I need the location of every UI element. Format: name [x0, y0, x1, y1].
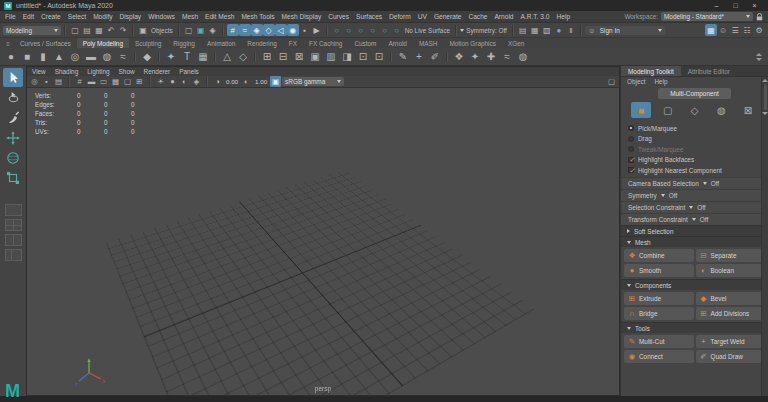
- layout-four-pane-button[interactable]: [5, 219, 22, 231]
- layout-two-pane-button[interactable]: [5, 234, 22, 246]
- multi-cut-icon[interactable]: ✎: [395, 49, 411, 65]
- camera-attributes-icon[interactable]: ▤: [53, 76, 64, 87]
- maximize-viewport-icon[interactable]: ▢: [606, 76, 617, 87]
- layout-outliner-persp-button[interactable]: [5, 249, 22, 261]
- shelf-tab-sculpting[interactable]: Sculpting: [129, 38, 167, 48]
- shelf-tab-fx[interactable]: FX: [283, 38, 303, 48]
- mask-component-icon[interactable]: ◈: [207, 24, 219, 36]
- list-input-icon[interactable]: ○: [343, 24, 355, 36]
- menu-curves[interactable]: Curves: [328, 13, 349, 20]
- layout-single-pane-button[interactable]: [5, 204, 22, 216]
- render-settings-icon[interactable]: ▧: [541, 24, 553, 36]
- render-view-icon[interactable]: ▤: [517, 24, 529, 36]
- object-mode-icon[interactable]: ■: [631, 102, 651, 118]
- bevel-button[interactable]: ◆Bevel: [696, 292, 766, 305]
- add-divisions-button[interactable]: ⊞Add Divisions: [696, 307, 766, 320]
- snap-live-icon[interactable]: ◉: [287, 24, 299, 36]
- save-scene-icon[interactable]: ▦: [93, 24, 105, 36]
- poly-cube-icon[interactable]: ■: [19, 49, 35, 65]
- target-weld-button[interactable]: +Target Weld: [696, 335, 766, 348]
- attribute-editor-toggle-icon[interactable]: ☷: [741, 24, 753, 36]
- undo-icon[interactable]: ↶: [105, 24, 117, 36]
- safe-action-icon[interactable]: ⊞: [134, 76, 145, 87]
- combine-icon[interactable]: ▣: [307, 49, 323, 65]
- face-mode-icon[interactable]: ◍: [711, 102, 731, 118]
- add-divisions-icon[interactable]: ⊡: [371, 49, 387, 65]
- color-management-icon[interactable]: ▣: [270, 76, 281, 87]
- toolkit-toggle-icon[interactable]: ▦: [705, 24, 717, 36]
- toolkit-menu-object[interactable]: Object: [627, 78, 645, 85]
- scale-tool[interactable]: [3, 168, 23, 187]
- poly-cone-icon[interactable]: ▲: [51, 49, 67, 65]
- selection-mask-label[interactable]: Objects: [149, 27, 175, 34]
- svg-tool-icon[interactable]: ▦: [195, 49, 211, 65]
- open-scene-icon[interactable]: ▤: [81, 24, 93, 36]
- menu-display[interactable]: Display: [120, 13, 142, 20]
- tweak-marquee-option[interactable]: Tweak/Marquee: [628, 145, 761, 153]
- drag-option[interactable]: Drag: [628, 135, 761, 143]
- shelf-overflow-arrows[interactable]: [756, 53, 765, 61]
- camera-based-selection-dropdown[interactable]: Camera Based Selection Off: [621, 177, 768, 189]
- snap-plane-icon[interactable]: ◇: [263, 24, 275, 36]
- smooth-mesh-icon[interactable]: ⊡: [355, 49, 371, 65]
- shelf-tab-arnold[interactable]: Arnold: [382, 38, 412, 48]
- menu-mesh-display[interactable]: Mesh Display: [282, 13, 322, 20]
- pause-icon[interactable]: ‖: [565, 24, 577, 36]
- boolean-intersect-icon[interactable]: ⊠: [291, 49, 307, 65]
- menu-generate[interactable]: Generate: [434, 13, 462, 20]
- paint-select-tool[interactable]: [3, 108, 23, 127]
- anti-alias-icon[interactable]: ◈: [191, 76, 202, 87]
- motion-graphics-icon[interactable]: ✦: [467, 49, 483, 65]
- list-output-icon[interactable]: ○: [355, 24, 367, 36]
- bridge-button[interactable]: ∩Bridge: [624, 307, 694, 320]
- extrude-button[interactable]: ⊞Extrude: [624, 292, 694, 305]
- mash-network-icon[interactable]: ❖: [451, 49, 467, 65]
- menu-uv[interactable]: UV: [418, 13, 427, 20]
- separate-button[interactable]: ⊟Separate: [696, 249, 766, 262]
- minimize-button[interactable]: –: [707, 2, 726, 9]
- pick-marquee-option[interactable]: Pick/Marquee: [628, 124, 761, 132]
- menu-arnold[interactable]: Arnold: [494, 13, 513, 20]
- menu-modify[interactable]: Modify: [93, 13, 112, 20]
- multi-component-button[interactable]: Multi-Component: [658, 88, 731, 99]
- shelf-tab-curves-surfaces[interactable]: Curves / Surfaces: [14, 38, 77, 48]
- vp-menu-show[interactable]: Show: [119, 68, 135, 75]
- menu-help[interactable]: Help: [556, 13, 570, 20]
- highlight-backfaces-option[interactable]: Highlight Backfaces: [628, 156, 761, 164]
- menu-windows[interactable]: Windows: [148, 13, 175, 20]
- construction-plane-icon[interactable]: △: [219, 49, 235, 65]
- edge-mode-icon[interactable]: ◇: [685, 102, 705, 118]
- boolean-button[interactable]: ◐Boolean: [696, 264, 766, 277]
- character-controls-icon[interactable]: ☺: [717, 24, 729, 36]
- shelf-tab-mash[interactable]: MASH: [413, 38, 443, 48]
- toolkit-menu-help[interactable]: Help: [654, 78, 667, 85]
- node-behavior-icon[interactable]: ○: [391, 24, 403, 36]
- gamma-value[interactable]: 1.00: [253, 78, 269, 85]
- select-tool[interactable]: [3, 68, 23, 87]
- render-current-icon[interactable]: ▦: [529, 24, 541, 36]
- live-pick-icon[interactable]: ▶: [311, 24, 323, 36]
- snap-view-icon[interactable]: ◁: [275, 24, 287, 36]
- rotate-tool[interactable]: [3, 148, 23, 167]
- maximize-button[interactable]: □: [726, 2, 745, 9]
- mesh-section-header[interactable]: Mesh: [621, 236, 768, 247]
- highlight-nearest-option[interactable]: Highlight Nearest Component: [628, 166, 761, 174]
- input-connections-icon[interactable]: ○: [367, 24, 379, 36]
- poly-sphere-icon[interactable]: ●: [3, 49, 19, 65]
- bifrost-icon[interactable]: ≈: [499, 49, 515, 65]
- smooth-button[interactable]: ●Smooth: [624, 264, 694, 277]
- gate-mask-icon[interactable]: ▦: [110, 76, 121, 87]
- default-lighting-icon[interactable]: ☀: [155, 76, 166, 87]
- new-scene-icon[interactable]: ▢: [69, 24, 81, 36]
- symmetry-dropdown[interactable]: Symmetry Off: [621, 189, 768, 201]
- vp-menu-panels[interactable]: Panels: [179, 68, 199, 75]
- menu-set-dropdown[interactable]: Modeling: [3, 26, 61, 35]
- shelf-tab-rendering[interactable]: Rendering: [241, 38, 283, 48]
- extract-icon[interactable]: ◨: [339, 49, 355, 65]
- quad-draw-icon[interactable]: ✐: [427, 49, 443, 65]
- toolkit-scrollbar[interactable]: [761, 77, 768, 396]
- xgen-icon[interactable]: ✚: [483, 49, 499, 65]
- transform-constraint-dropdown[interactable]: Transform Constraint Off: [621, 213, 768, 225]
- grid-toggle-icon[interactable]: #: [74, 76, 85, 87]
- snap-point-icon[interactable]: ◈: [251, 24, 263, 36]
